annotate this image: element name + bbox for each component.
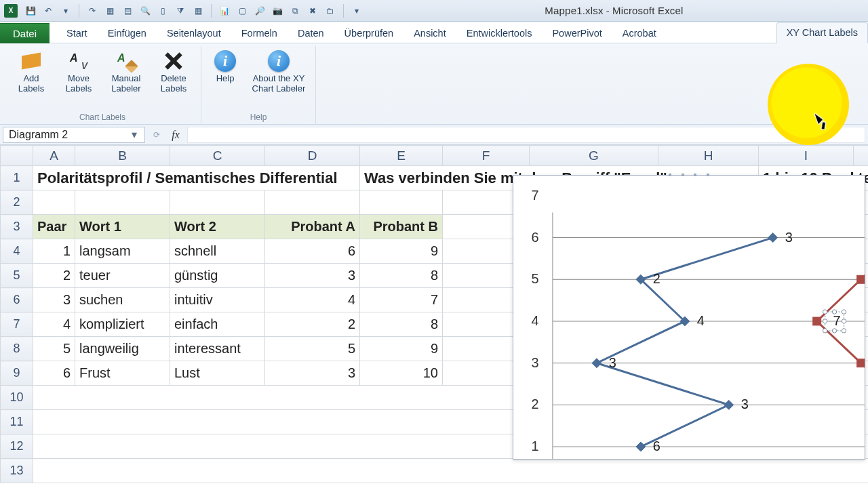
cell-E3[interactable]: Probant B [360, 215, 443, 239]
find-icon[interactable]: 🔎 [252, 3, 267, 18]
cell-D7[interactable]: 2 [265, 312, 360, 337]
cell-A9[interactable]: 6 [33, 361, 75, 386]
cell-A1[interactable]: Polaritätsprofil / Semantisches Differen… [33, 166, 360, 190]
tab-powerpivot[interactable]: PowerPivot [542, 23, 612, 43]
col-header-F[interactable]: F [443, 146, 530, 166]
cell-C2[interactable] [170, 190, 265, 215]
qat-misc-4-icon[interactable]: ▢ [235, 3, 250, 18]
about-button[interactable]: i About the XY Chart Labeler [246, 47, 311, 96]
row-header-9[interactable]: 9 [1, 361, 33, 386]
tab-xy-chart-labels[interactable]: XY Chart Labels [776, 22, 868, 43]
cell-A7[interactable]: 4 [33, 312, 75, 337]
cell-B2[interactable] [75, 190, 170, 215]
name-box[interactable]: Diagramm 2 ▾ [3, 127, 145, 143]
cell-B8[interactable]: langweilig [75, 337, 170, 361]
row-header-2[interactable]: 2 [1, 190, 33, 215]
cell-E9[interactable]: 10 [360, 361, 443, 386]
pivot-icon[interactable]: ▦ [191, 3, 205, 18]
col-header-D[interactable]: D [265, 146, 360, 166]
cell-C5[interactable]: günstig [170, 264, 265, 288]
redo-icon[interactable]: ↷ [85, 3, 100, 18]
cell-E5[interactable]: 8 [360, 264, 443, 288]
qat-misc-1-icon[interactable]: ▦ [102, 3, 117, 18]
cell-C9[interactable]: Lust [170, 361, 265, 386]
row-header-7[interactable]: 7 [1, 312, 33, 337]
cell-D8[interactable]: 5 [265, 337, 360, 361]
qat-misc-3-icon[interactable]: ▯ [155, 3, 170, 18]
cell-A6[interactable]: 3 [33, 288, 75, 312]
cell-E8[interactable]: 9 [360, 337, 443, 361]
cell-row13[interactable] [33, 459, 869, 483]
print-preview-icon[interactable]: 🔍 [138, 3, 153, 18]
formula-cancel-icon[interactable]: ⟳ [149, 127, 164, 142]
cell-D4[interactable]: 6 [265, 239, 360, 264]
row-header-1[interactable]: 1 [1, 166, 33, 190]
select-all-corner[interactable] [1, 146, 33, 166]
manual-labeler-button[interactable]: Manual Labeler [103, 47, 149, 96]
qat-misc-2-icon[interactable]: ▤ [120, 3, 135, 18]
tab-entwicklertools[interactable]: Entwicklertools [456, 23, 542, 43]
row-header-5[interactable]: 5 [1, 264, 33, 288]
cell-B5[interactable]: teuer [75, 264, 170, 288]
camera-icon[interactable]: 📷 [270, 3, 285, 18]
col-header-A[interactable]: A [33, 146, 75, 166]
cell-B9[interactable]: Frust [75, 361, 170, 386]
cell-D3[interactable]: Probant A [265, 215, 360, 239]
cell-D6[interactable]: 4 [265, 288, 360, 312]
folder-icon[interactable]: 🗀 [323, 3, 338, 18]
undo-icon[interactable]: ↶ [41, 3, 56, 18]
cell-C8[interactable]: interessant [170, 337, 265, 361]
cell-D9[interactable]: 3 [265, 361, 360, 386]
row-header-11[interactable]: 11 [1, 410, 33, 434]
clear-icon[interactable]: ✖ [305, 3, 320, 18]
customize-qat-icon[interactable]: ▾ [349, 3, 364, 18]
col-header-extra[interactable] [854, 146, 869, 166]
delete-labels-button[interactable]: Delete Labels [151, 47, 197, 96]
row-header-13[interactable]: 13 [1, 459, 33, 483]
row-header-10[interactable]: 10 [1, 386, 33, 410]
help-button[interactable]: i Help [205, 47, 245, 96]
col-header-E[interactable]: E [360, 146, 443, 166]
formula-input[interactable] [187, 127, 865, 143]
col-header-I[interactable]: I [759, 146, 854, 166]
cell-D5[interactable]: 3 [265, 264, 360, 288]
tab-ansicht[interactable]: Ansicht [403, 23, 456, 43]
chart-icon[interactable]: 📊 [217, 3, 232, 18]
cell-E7[interactable]: 8 [360, 312, 443, 337]
copy-icon[interactable]: ⧉ [288, 3, 302, 18]
fx-icon[interactable]: fx [168, 129, 183, 141]
filter-icon[interactable]: ⧩ [173, 3, 188, 18]
chart-resize-grip-top[interactable] [669, 174, 709, 178]
tab-formeln[interactable]: Formeln [231, 23, 288, 43]
col-header-H[interactable]: H [658, 146, 759, 166]
cell-B3[interactable]: Wort 1 [75, 215, 170, 239]
cell-C3[interactable]: Wort 2 [170, 215, 265, 239]
save-icon[interactable]: 💾 [23, 3, 38, 18]
cell-B6[interactable]: suchen [75, 288, 170, 312]
name-box-chevron-icon[interactable]: ▾ [130, 130, 139, 140]
cell-B4[interactable]: langsam [75, 239, 170, 264]
tab-daten[interactable]: Daten [288, 23, 334, 43]
col-header-G[interactable]: G [530, 146, 658, 166]
cell-C7[interactable]: einfach [170, 312, 265, 337]
col-header-C[interactable]: C [170, 146, 265, 166]
cell-E2[interactable] [360, 190, 443, 215]
add-labels-button[interactable]: Add Labels [8, 47, 54, 96]
tab-einfuegen[interactable]: Einfügen [98, 23, 157, 43]
row-header-8[interactable]: 8 [1, 337, 33, 361]
cell-C6[interactable]: intuitiv [170, 288, 265, 312]
tab-ueberpruefen[interactable]: Überprüfen [334, 23, 404, 43]
undo-dropdown-icon[interactable]: ▾ [58, 3, 73, 18]
row-header-12[interactable]: 12 [1, 434, 33, 459]
cell-B7[interactable]: kompliziert [75, 312, 170, 337]
tab-file[interactable]: Datei [0, 23, 50, 44]
col-header-B[interactable]: B [75, 146, 170, 166]
cell-C4[interactable]: schnell [170, 239, 265, 264]
cell-E6[interactable]: 7 [360, 288, 443, 312]
tab-acrobat[interactable]: Acrobat [612, 23, 667, 43]
tab-seitenlayout[interactable]: Seitenlayout [157, 23, 231, 43]
embedded-chart[interactable]: 76543213243369878910 [513, 175, 865, 460]
row-header-6[interactable]: 6 [1, 288, 33, 312]
cell-A2[interactable] [33, 190, 75, 215]
tab-start[interactable]: Start [56, 23, 98, 43]
